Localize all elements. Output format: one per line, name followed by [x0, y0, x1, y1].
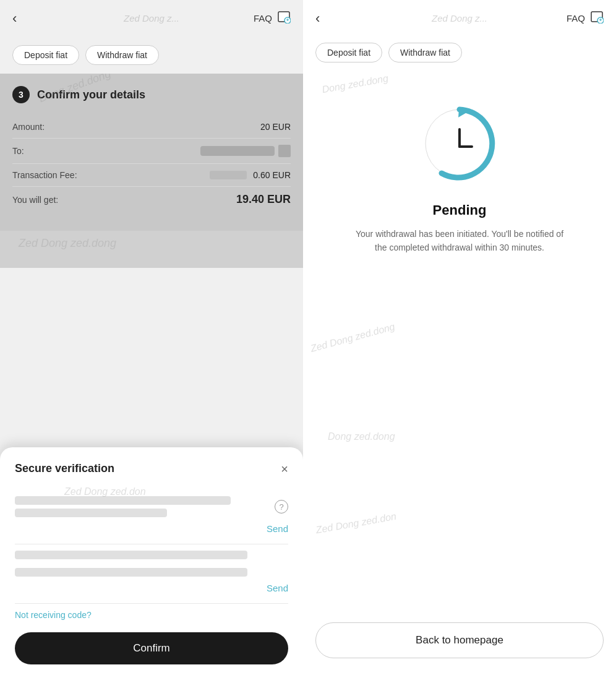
back-button[interactable]: ‹ — [12, 11, 17, 27]
deposit-fiat-tab[interactable]: Deposit fiat — [12, 45, 79, 65]
right-panel: ‹ Zed Dong z... FAQ Deposit fiat Withdra… — [303, 0, 616, 683]
send-link-2[interactable]: Send — [15, 583, 288, 593]
get-label: You will get: — [12, 195, 58, 205]
right-header-icon[interactable] — [590, 10, 604, 27]
right-faq-link[interactable]: FAQ — [567, 13, 585, 24]
field-row-1: ? — [15, 492, 288, 521]
details-section: Dong zed.dong 3 Confirm your details Amo… — [0, 74, 303, 231]
amount-row: Amount: 20 EUR — [12, 116, 291, 139]
field-blurred-2 — [15, 568, 288, 577]
blur-line-2a — [15, 551, 247, 559]
fee-label: Transaction Fee: — [12, 170, 77, 180]
blurred-section: Zed Dong zed.dong — [0, 231, 303, 268]
field-divider-2 — [15, 603, 288, 604]
send-link-1[interactable]: Send — [15, 523, 288, 534]
secure-verification-modal: Secure verification × Zed Dong zed.don ?… — [0, 447, 303, 683]
confirm-button[interactable]: Confirm — [15, 632, 288, 664]
pending-clock-icon — [419, 103, 500, 184]
fee-row: Transaction Fee: 0.60 EUR — [12, 164, 291, 187]
help-icon-1[interactable]: ? — [275, 500, 288, 513]
field-divider — [15, 544, 288, 544]
right-deposit-fiat-tab[interactable]: Deposit fiat — [315, 43, 382, 62]
step-header: 3 Confirm your details — [12, 86, 291, 103]
back-to-homepage-button[interactable]: Back to homepage — [315, 622, 604, 658]
pending-description: Your withdrawal has been initiated. You'… — [354, 227, 565, 255]
modal-close-button[interactable]: × — [281, 463, 288, 475]
right-tabs: Deposit fiat Withdraw fiat — [303, 37, 616, 72]
blur-line-1b — [15, 509, 167, 517]
to-row: To: — [12, 139, 291, 164]
wm-right-1: Dong zed.dong — [321, 73, 389, 96]
field-row-2 — [15, 564, 288, 580]
get-row: You will get: 19.40 EUR — [12, 187, 291, 212]
get-value: 19.40 EUR — [236, 193, 291, 206]
field-blurred-1 — [15, 496, 268, 517]
to-label: To: — [12, 146, 24, 156]
to-value-blurred — [200, 146, 275, 156]
right-back-button[interactable]: ‹ — [315, 11, 320, 27]
left-panel: ‹ Zed Dong z... FAQ Deposit fiat Withdra… — [0, 0, 303, 683]
modal-header: Secure verification × — [15, 462, 288, 475]
pending-area: Dong zed.dong Pending Your withdrawal ha… — [303, 72, 616, 273]
right-header-right: FAQ — [567, 10, 604, 27]
step-title: Confirm your details — [37, 88, 145, 101]
left-faq-link[interactable]: FAQ — [254, 13, 272, 24]
modal-title: Secure verification — [15, 462, 114, 475]
wm-right-4: Zed Dong zed.don — [315, 511, 397, 536]
pending-title: Pending — [433, 202, 487, 218]
right-watermark: Zed Dong z... — [432, 13, 487, 24]
copy-icon[interactable] — [278, 145, 291, 157]
amount-value: 20 EUR — [260, 122, 291, 132]
back-home-wrapper: Back to homepage — [315, 622, 604, 658]
wm-blurred: Zed Dong zed.dong — [19, 237, 116, 250]
blur-line-2b — [15, 568, 247, 577]
fee-blurred — [210, 171, 247, 179]
left-header-icon[interactable] — [277, 10, 291, 27]
wm-right-2: Zed Dong zed.dong — [309, 321, 396, 354]
not-receiving-link[interactable]: Not receiving code? — [15, 610, 288, 620]
blur-line-1a — [15, 496, 231, 505]
amount-label: Amount: — [12, 122, 45, 132]
step-number: 3 — [12, 86, 30, 103]
right-withdraw-fiat-tab[interactable]: Withdraw fiat — [388, 43, 462, 62]
left-header: ‹ Zed Dong z... FAQ — [0, 0, 303, 37]
withdraw-fiat-tab[interactable]: Withdraw fiat — [85, 45, 159, 65]
left-header-right: FAQ — [254, 10, 291, 27]
left-tabs: Deposit fiat Withdraw fiat — [0, 37, 303, 74]
left-watermark: Zed Dong z... — [124, 13, 179, 24]
verify-field-1: ? Send — [15, 492, 288, 534]
fee-value: 0.60 EUR — [253, 170, 291, 180]
right-header: ‹ Zed Dong z... FAQ — [303, 0, 616, 37]
wm-right-3: Dong zed.dong — [328, 431, 395, 442]
verify-field-2: Send — [15, 551, 288, 593]
